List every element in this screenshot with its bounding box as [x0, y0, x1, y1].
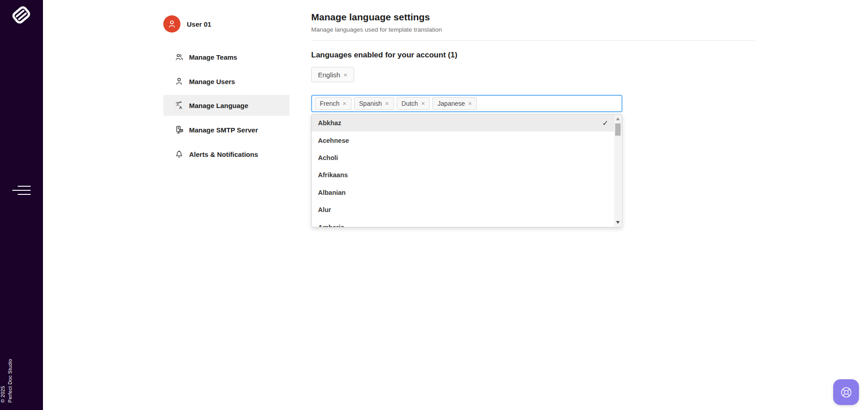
language-dropdown-list: Abkhaz ✓ Acehnese Acholi Afrikaans Alban… — [311, 114, 622, 227]
selected-chip-dutch: Dutch × — [397, 97, 430, 110]
server-icon — [175, 125, 184, 134]
dropdown-option-afrikaans[interactable]: Afrikaans — [312, 166, 622, 184]
copyright-year: © 2025 — [0, 359, 6, 403]
sidebar-item-manage-smtp-server[interactable]: Manage SMTP Server — [163, 119, 289, 140]
sidebar-item-alerts-notifications[interactable]: Alerts & Notifications — [163, 144, 289, 165]
chip-label: Spanish — [359, 100, 382, 107]
language-multiselect-input[interactable]: French × Spanish × Dutch × Japanese × — [311, 95, 622, 112]
scroll-down-icon[interactable] — [614, 219, 621, 226]
dropdown-option-acholi[interactable]: Acholi — [312, 149, 622, 166]
check-icon: ✓ — [602, 119, 608, 127]
chip-label: Japanese — [437, 100, 465, 107]
dropdown-option-alur[interactable]: Alur — [312, 201, 622, 218]
dropdown-option-albanian[interactable]: Albanian — [312, 184, 622, 201]
remove-chip-icon[interactable]: × — [468, 100, 472, 107]
remove-language-icon[interactable]: × — [343, 71, 347, 79]
enabled-language-chip: English × — [311, 67, 354, 82]
lifebuoy-icon — [840, 386, 853, 399]
sidebar-item-label: Manage Teams — [189, 53, 237, 61]
bell-icon — [175, 150, 184, 159]
teams-icon — [175, 52, 184, 61]
scroll-up-icon[interactable] — [614, 115, 621, 123]
users-icon — [175, 77, 184, 86]
menu-toggle-hamburger-icon[interactable] — [12, 186, 31, 197]
divider — [311, 40, 755, 41]
copyright-text: © 2025 Perfect Doc Studio — [0, 359, 14, 403]
sidebar-item-label: Manage Users — [189, 78, 235, 85]
copyright-brand: Perfect Doc Studio — [6, 359, 14, 403]
option-label: Amharic — [318, 224, 344, 227]
translate-icon: 文 A — [175, 101, 184, 110]
user-name: User 01 — [187, 20, 211, 28]
svg-text:A: A — [179, 105, 182, 110]
scrollbar-thumb[interactable] — [615, 123, 621, 136]
chip-label: French — [320, 100, 340, 107]
sidebar-item-label: Manage Language — [189, 102, 248, 109]
option-label: Alur — [318, 206, 331, 213]
selected-chip-spanish: Spanish × — [354, 97, 394, 110]
dropdown-option-amharic[interactable]: Amharic — [312, 218, 622, 227]
sidebar-item-label: Alerts & Notifications — [189, 151, 258, 158]
perfect-doc-studio-logo[interactable] — [9, 3, 33, 27]
enabled-language-label: English — [318, 71, 340, 79]
logo-icon — [9, 3, 33, 27]
dropdown-option-acehnese[interactable]: Acehnese — [312, 132, 622, 149]
option-label: Albanian — [318, 189, 346, 196]
page-title: Manage language settings — [311, 12, 430, 23]
remove-chip-icon[interactable]: × — [343, 100, 346, 107]
page-subtitle: Manage languages used for template trans… — [311, 26, 442, 33]
option-label: Abkhaz — [318, 119, 342, 127]
avatar[interactable] — [163, 15, 180, 33]
help-fab-button[interactable] — [833, 379, 859, 405]
sidebar-item-manage-users[interactable]: Manage Users — [163, 71, 289, 92]
remove-chip-icon[interactable]: × — [385, 100, 389, 107]
selected-chip-french: French × — [315, 97, 351, 110]
option-label: Afrikaans — [318, 171, 348, 179]
user-profile: User 01 — [163, 15, 211, 33]
dropdown-scrollbar[interactable] — [614, 115, 621, 226]
sidebar-rail: © 2025 Perfect Doc Studio — [0, 0, 43, 410]
sidebar-item-manage-language[interactable]: 文 A Manage Language — [163, 95, 289, 116]
dropdown-option-abkhaz[interactable]: Abkhaz ✓ — [312, 114, 622, 132]
sidebar-item-label: Manage SMTP Server — [189, 126, 258, 134]
option-label: Acehnese — [318, 137, 349, 144]
selected-chip-japanese: Japanese × — [432, 97, 477, 110]
sidebar-item-manage-teams[interactable]: Manage Teams — [163, 47, 289, 67]
remove-chip-icon[interactable]: × — [421, 100, 425, 107]
chip-label: Dutch — [402, 100, 418, 107]
person-icon — [167, 19, 176, 28]
option-label: Acholi — [318, 154, 338, 161]
section-heading: Languages enabled for your account (1) — [311, 51, 457, 60]
